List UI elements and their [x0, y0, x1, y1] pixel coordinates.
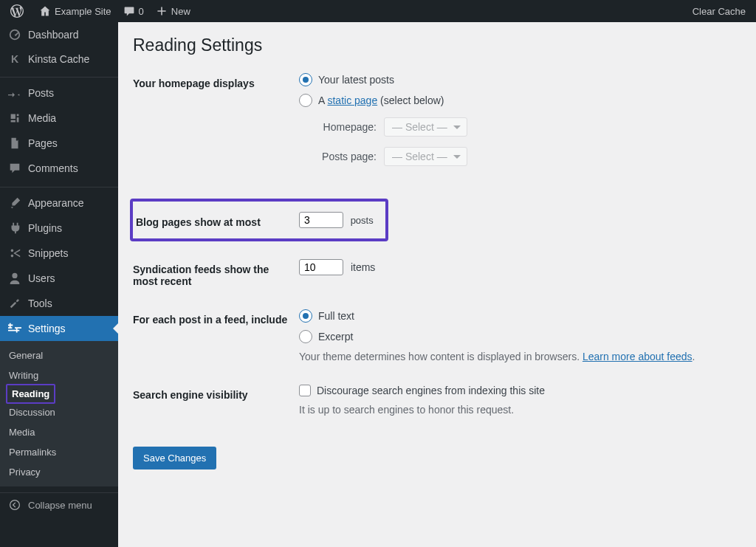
sidebar-item-label: Posts — [28, 87, 54, 99]
checkbox-icon — [299, 385, 311, 396]
feed-content-label: For each post in a feed, include — [133, 309, 299, 326]
row-syndication: Syndication feeds show the most recent i… — [133, 259, 741, 287]
admin-bar-left: Example Site 0 New — [4, 0, 196, 22]
sidebar-item-dashboard[interactable]: Dashboard — [0, 22, 118, 47]
submenu-reading[interactable]: Reading — [6, 384, 55, 404]
comment-icon — [123, 5, 135, 17]
submenu-writing[interactable]: Writing — [0, 365, 118, 385]
new-label: New — [171, 6, 190, 17]
blog-pages-label: Blog pages show at most — [133, 212, 299, 228]
sliders-icon — [7, 322, 22, 335]
sidebar-item-settings[interactable]: Settings — [0, 316, 118, 341]
radio-excerpt[interactable]: Excerpt — [299, 330, 741, 343]
wordpress-icon — [10, 4, 24, 18]
row-homepage-displays: Your homepage displays Your latest posts… — [133, 73, 741, 176]
row-blog-pages-highlight: Blog pages show at most posts — [130, 199, 388, 241]
clear-cache-link[interactable]: Clear Cache — [687, 0, 752, 22]
menu-separator — [0, 184, 118, 188]
sidebar-item-media[interactable]: Media — [0, 106, 118, 131]
sidebar-item-tools[interactable]: Tools — [0, 291, 118, 316]
radio-label: Your latest posts — [318, 74, 394, 86]
svg-point-0 — [10, 500, 20, 510]
collapse-menu[interactable]: Collapse menu — [0, 492, 118, 517]
comments-count: 0 — [139, 6, 144, 17]
checkbox-label: Discourage search engines from indexing … — [317, 385, 545, 396]
sidebar-item-pages[interactable]: Pages — [0, 131, 118, 156]
homepage-select[interactable]: — Select — — [384, 117, 467, 137]
postspage-select[interactable]: — Select — — [384, 147, 467, 166]
homepage-label: Your homepage displays — [133, 73, 299, 89]
page-title: Reading Settings — [133, 35, 741, 55]
comments-link[interactable]: 0 — [117, 0, 150, 22]
sidebar-item-label: Tools — [28, 297, 52, 309]
new-content-link[interactable]: New — [150, 0, 196, 22]
site-name-link[interactable]: Example Site — [33, 0, 117, 22]
sidebar-item-label: Plugins — [28, 222, 62, 234]
syndication-input[interactable] — [299, 259, 343, 275]
sidebar-item-label: Pages — [28, 137, 58, 149]
plug-icon — [7, 221, 22, 235]
sidebar-item-snippets[interactable]: Snippets — [0, 241, 118, 266]
row-feed-content: For each post in a feed, include Full te… — [133, 309, 741, 362]
sidebar-item-kinsta[interactable]: K Kinsta Cache — [0, 47, 118, 71]
homepage-select-label: Homepage: — [314, 121, 384, 133]
menu-separator — [0, 74, 118, 78]
radio-full-text[interactable]: Full text — [299, 309, 741, 323]
plus-icon — [156, 5, 168, 17]
admin-bar: Example Site 0 New Clear Cache — [0, 0, 756, 22]
radio-latest-posts[interactable]: Your latest posts — [299, 73, 741, 86]
collapse-label: Collapse menu — [28, 500, 92, 511]
postspage-select-row: Posts page: — Select — — [314, 147, 741, 166]
radio-icon — [299, 94, 312, 107]
syndication-label: Syndication feeds show the most recent — [133, 259, 299, 287]
sev-label: Search engine visibility — [133, 385, 299, 401]
dashboard-icon — [7, 28, 22, 41]
sidebar-item-label: Appearance — [28, 197, 84, 209]
home-icon — [39, 5, 51, 17]
radio-icon — [299, 73, 312, 86]
radio-label: Excerpt — [318, 331, 353, 343]
sidebar-item-users[interactable]: Users — [0, 266, 118, 291]
sidebar-item-label: Dashboard — [28, 29, 79, 41]
sev-checkbox-row[interactable]: Discourage search engines from indexing … — [299, 385, 741, 396]
kinsta-icon: K — [7, 53, 22, 65]
radio-label: A static page (select below) — [318, 94, 444, 106]
sev-description: It is up to search engines to honor this… — [299, 404, 741, 416]
sidebar-item-label: Comments — [28, 162, 78, 174]
media-icon — [7, 111, 22, 125]
admin-sidebar: Dashboard K Kinsta Cache Posts Media Pag… — [0, 22, 118, 547]
radio-static-page[interactable]: A static page (select below) — [299, 94, 741, 107]
collapse-icon — [7, 499, 22, 511]
scissors-icon — [7, 247, 22, 260]
brush-icon — [7, 196, 22, 210]
user-icon — [7, 272, 22, 285]
pushpin-icon — [7, 86, 22, 100]
sidebar-item-label: Media — [28, 112, 56, 124]
row-search-visibility: Search engine visibility Discourage sear… — [133, 385, 741, 416]
sidebar-item-label: Snippets — [28, 247, 68, 259]
page-icon — [7, 137, 22, 150]
sidebar-item-posts[interactable]: Posts — [0, 80, 118, 106]
comment-icon — [7, 162, 22, 175]
submenu-discussion[interactable]: Discussion — [0, 402, 118, 422]
blog-pages-input[interactable] — [299, 212, 343, 228]
save-changes-button[interactable]: Save Changes — [133, 447, 216, 469]
wrench-icon — [7, 297, 22, 310]
postspage-select-label: Posts page: — [314, 151, 384, 162]
sidebar-item-plugins[interactable]: Plugins — [0, 216, 118, 241]
radio-icon — [299, 309, 312, 323]
submenu-media[interactable]: Media — [0, 422, 118, 442]
clear-cache-label: Clear Cache — [693, 6, 746, 17]
submenu-general[interactable]: General — [0, 345, 118, 365]
feed-description: Your theme determines how content is dis… — [299, 351, 741, 362]
submenu-permalinks[interactable]: Permalinks — [0, 442, 118, 462]
learn-more-feeds-link[interactable]: Learn more about feeds — [583, 351, 693, 362]
sidebar-item-appearance[interactable]: Appearance — [0, 190, 118, 216]
sidebar-item-comments[interactable]: Comments — [0, 156, 118, 181]
sidebar-item-label: Users — [28, 272, 55, 284]
sidebar-item-label: Settings — [28, 323, 66, 334]
static-page-link[interactable]: static page — [327, 94, 377, 106]
radio-icon — [299, 330, 312, 343]
wp-logo[interactable] — [4, 0, 33, 22]
submenu-privacy[interactable]: Privacy — [0, 462, 118, 482]
